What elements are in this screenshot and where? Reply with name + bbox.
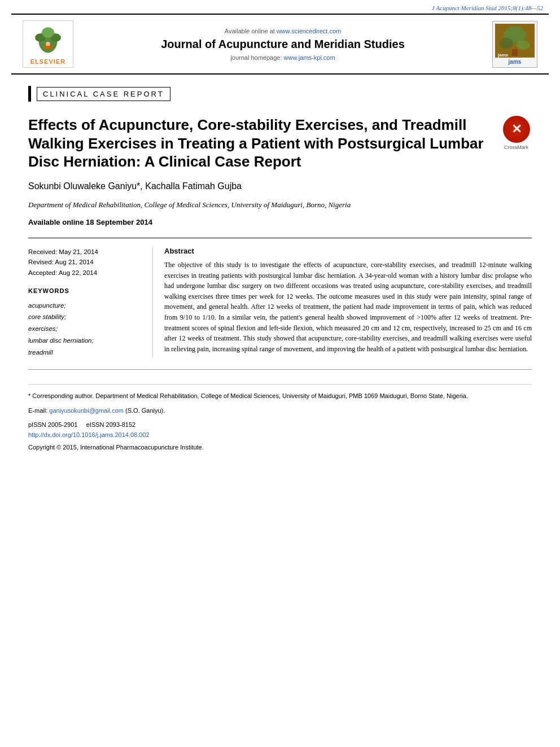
journal-url-link[interactable]: www.jams-kpi.com [284, 54, 335, 61]
keyword-1: acupuncture; [28, 300, 141, 312]
affiliation: Department of Medical Rehabilitation, Co… [28, 199, 532, 211]
available-online-article: Available online 18 September 2014 [28, 218, 532, 226]
keywords-section: KEYWORDS acupuncture; core stability; ex… [28, 286, 141, 358]
footer-corresponding: * Corresponding author. Department of Me… [28, 391, 532, 401]
footer-section: * Corresponding author. Department of Me… [28, 384, 532, 452]
keyword-4: lumbar disc herniation; [28, 335, 141, 347]
info-dates: Received: May 21, 2014 Revised: Aug 21, … [28, 247, 141, 278]
abstract-title: Abstract [164, 247, 532, 255]
abstract-section: Abstract The objective of this study is … [152, 247, 532, 358]
ccr-banner: CLINICAL CASE REPORT [28, 86, 532, 102]
svg-rect-11 [512, 49, 518, 56]
svg-text:jams: jams [497, 53, 509, 58]
svg-point-4 [42, 27, 54, 37]
svg-point-6 [46, 42, 50, 46]
journal-name: Journal of Acupuncture and Meridian Stud… [85, 38, 481, 51]
keyword-2: core stability; [28, 311, 141, 323]
journal-homepage: journal homepage: www.jams-kpi.com [85, 54, 481, 61]
footer-copyright: Copyright © 2015, International Pharmaco… [28, 443, 532, 453]
footer-issn: pISSN 2005-2901 eISSN 2093-8152 [28, 420, 532, 430]
journal-title-center: Available online at www.sciencedirect.co… [85, 28, 481, 61]
email-label: E-mail: [28, 407, 47, 414]
authors: Sokunbi Oluwaleke Ganiyu*, Kachalla Fati… [28, 181, 532, 191]
journal-reference: J Acupunct Meridian Stud 2015;8(1):48—52 [0, 0, 560, 14]
keyword-5: treadmill [28, 347, 141, 359]
divider-bottom [28, 369, 532, 370]
jams-logo: jams jams [492, 21, 537, 68]
elsevier-label: ELSEVIER [25, 58, 71, 65]
doi-link[interactable]: http://dx.doi.org/10.1016/j.jams.2014.08… [28, 431, 150, 438]
footer-doi: http://dx.doi.org/10.1016/j.jams.2014.08… [28, 430, 532, 440]
available-online-header: Available online at www.sciencedirect.co… [85, 28, 481, 34]
ccr-label: CLINICAL CASE REPORT [37, 87, 170, 101]
info-abstract-row: Received: May 21, 2014 Revised: Aug 21, … [28, 238, 532, 358]
footer-email: E-mail: ganiyusokunbi@gmail.com (S.O. Ga… [28, 406, 532, 416]
keywords-list: acupuncture; core stability; exercises; … [28, 300, 141, 358]
eissn: eISSN 2093-8152 [86, 421, 135, 428]
main-content: CLINICAL CASE REPORT Effects of Acupunct… [28, 75, 532, 452]
email-link[interactable]: ganiyusokunbi@gmail.com [49, 407, 124, 414]
keywords-label: KEYWORDS [28, 286, 141, 296]
crossmark-icon: ✕ [503, 116, 530, 143]
pissn: pISSN 2005-2901 [28, 421, 77, 428]
svg-point-10 [517, 41, 530, 50]
sciencedirect-link[interactable]: www.sciencedirect.com [277, 28, 341, 34]
revised-date: Revised: Aug 21, 2014 [28, 257, 141, 267]
abstract-text: The objective of this study is to invest… [164, 260, 532, 354]
received-date: Received: May 21, 2014 [28, 247, 141, 257]
article-title: Effects of Acupuncture, Core-stability E… [28, 116, 489, 171]
email-suffix: (S.O. Ganiyu). [125, 407, 165, 414]
journal-header: ELSEVIER Available online at www.science… [11, 14, 549, 75]
svg-point-9 [500, 38, 513, 49]
crossmark-label: CrossMark [501, 145, 532, 150]
elsevier-logo: ELSEVIER [23, 20, 73, 68]
accepted-date: Accepted: Aug 22, 2014 [28, 268, 141, 278]
article-title-section: Effects of Acupuncture, Core-stability E… [28, 116, 532, 171]
ccr-left-bar [28, 86, 31, 102]
keyword-3: exercises; [28, 323, 141, 335]
jams-logo-image: jams [495, 24, 535, 58]
jams-label: jams [495, 59, 535, 65]
elsevier-tree-icon [28, 23, 68, 54]
info-box: Received: May 21, 2014 Revised: Aug 21, … [28, 247, 141, 358]
crossmark-badge[interactable]: ✕ CrossMark [501, 116, 532, 150]
crossmark-symbol: ✕ [511, 122, 522, 137]
